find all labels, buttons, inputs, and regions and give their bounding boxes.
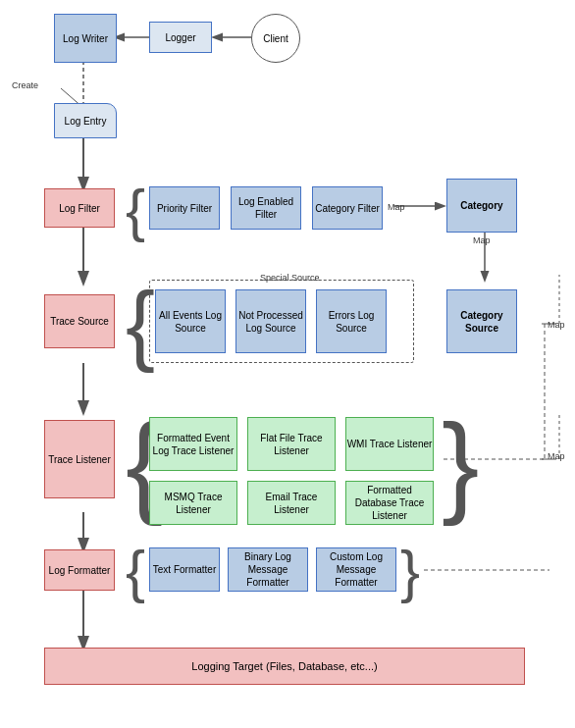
formatted-db-trace-label: Formatted Database Trace Listener — [346, 484, 433, 522]
logging-target-box: Logging Target (Files, Database, etc...) — [44, 648, 525, 685]
log-entry-box: Log Entry — [54, 103, 117, 138]
filter-brace-open: { — [126, 182, 145, 240]
category-source-box: Category Source — [446, 289, 517, 353]
flat-file-trace-label: Flat File Trace Listener — [248, 432, 335, 457]
formatted-event-log-label: Formatted Event Log Trace Listener — [150, 432, 236, 457]
wmi-trace-box: WMI Trace Listener — [345, 417, 434, 471]
log-entry-label: Log Entry — [65, 115, 107, 128]
category-source-label: Category Source — [447, 309, 516, 335]
create-label: Create — [12, 80, 38, 90]
category-box: Category — [446, 179, 517, 233]
priority-filter-box: Priority Filter — [149, 186, 220, 230]
custom-log-box: Custom Log Message Formatter — [316, 547, 396, 592]
log-filter-label: Log Filter — [59, 202, 100, 215]
category-label: Category — [460, 199, 502, 212]
log-formatter-box: Log Formatter — [44, 549, 115, 591]
log-writer-label: Log Writer — [63, 32, 108, 45]
not-processed-log-source-label: Not Processed Log Source — [236, 309, 305, 335]
log-enabled-filter-label: Log Enabled Filter — [232, 195, 300, 221]
trace-listener-box: Trace Listener — [44, 420, 115, 498]
formatted-db-trace-box: Formatted Database Trace Listener — [345, 481, 434, 525]
map-label-1: Map — [388, 202, 405, 212]
not-processed-log-source-box: Not Processed Log Source — [235, 289, 306, 353]
email-trace-label: Email Trace Listener — [248, 491, 335, 516]
errors-log-source-label: Errors Log Source — [317, 309, 386, 335]
client-label: Client — [263, 32, 288, 45]
map-label-3: Map — [548, 320, 565, 330]
logger-box: Logger — [149, 22, 212, 53]
formatter-brace-open: { — [126, 543, 145, 601]
category-filter-label: Category Filter — [315, 202, 380, 215]
email-trace-box: Email Trace Listener — [247, 481, 336, 525]
msmq-trace-box: MSMQ Trace Listener — [149, 481, 237, 525]
errors-log-source-box: Errors Log Source — [316, 289, 387, 353]
map-label-2: Map — [473, 235, 491, 245]
special-source-label: Special Source — [260, 273, 320, 283]
msmq-trace-label: MSMQ Trace Listener — [150, 491, 236, 516]
priority-filter-label: Priority Filter — [157, 202, 212, 215]
all-events-log-source-label: All Events Log Source — [156, 309, 225, 335]
formatted-event-log-box: Formatted Event Log Trace Listener — [149, 417, 237, 471]
log-enabled-filter-box: Log Enabled Filter — [231, 186, 301, 230]
custom-log-label: Custom Log Message Formatter — [317, 550, 395, 589]
log-filter-box: Log Filter — [44, 188, 115, 228]
log-formatter-label: Log Formatter — [49, 564, 111, 577]
text-formatter-label: Text Formatter — [153, 563, 216, 576]
map-label-listener: Map — [548, 451, 565, 461]
text-formatter-box: Text Formatter — [149, 547, 220, 592]
formatter-brace-close: } — [400, 543, 420, 601]
wmi-trace-label: WMI Trace Listener — [347, 438, 433, 450]
diagram: Log Writer Logger Client Create Log Entr… — [0, 0, 575, 728]
category-filter-box: Category Filter — [312, 186, 383, 230]
all-events-log-source-box: All Events Log Source — [155, 289, 226, 353]
trace-source-label: Trace Source — [50, 315, 109, 328]
trace-listener-label: Trace Listener — [48, 453, 111, 466]
binary-log-label: Binary Log Message Formatter — [229, 550, 307, 589]
log-writer-box: Log Writer — [54, 14, 117, 63]
client-box: Client — [251, 14, 300, 63]
flat-file-trace-box: Flat File Trace Listener — [247, 417, 336, 471]
logger-label: Logger — [165, 31, 195, 44]
listener-brace-close: } — [442, 407, 479, 520]
binary-log-box: Binary Log Message Formatter — [228, 547, 308, 592]
logging-target-label: Logging Target (Files, Database, etc...) — [191, 660, 377, 672]
trace-source-box: Trace Source — [44, 294, 115, 348]
